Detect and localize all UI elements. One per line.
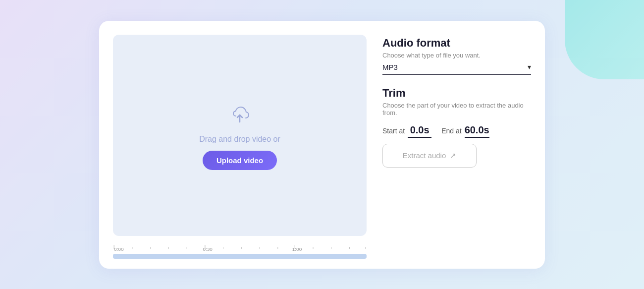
card-inner: Drag and drop video or Upload video 0:00 xyxy=(113,35,531,259)
format-select[interactable]: MP3 AAC WAV OGG FLAC xyxy=(382,63,528,71)
ruler-svg: 0:00 0:30 xyxy=(113,242,367,252)
audio-format-section: Audio format Choose what type of file yo… xyxy=(382,37,531,75)
drag-drop-text: Drag and drop video or xyxy=(199,135,280,144)
start-at-value[interactable]: 0.0s xyxy=(408,124,431,138)
trim-desc: Choose the part of your video to extract… xyxy=(382,102,531,116)
format-select-wrap[interactable]: MP3 AAC WAV OGG FLAC ▾ xyxy=(382,63,531,75)
upload-video-button[interactable]: Upload video xyxy=(203,151,277,170)
extract-audio-label: Extract audio xyxy=(403,151,446,160)
svg-text:1:00: 1:00 xyxy=(292,246,302,251)
start-at-label: Start at xyxy=(382,127,405,135)
audio-format-title: Audio format xyxy=(382,37,531,50)
main-card: Drag and drop video or Upload video 0:00 xyxy=(99,21,545,269)
end-at-value[interactable]: 60.0s xyxy=(465,124,489,138)
svg-text:0:30: 0:30 xyxy=(203,246,212,251)
trim-title: Trim xyxy=(382,87,531,100)
end-at-label: End at xyxy=(441,127,461,135)
chevron-down-icon: ▾ xyxy=(528,63,531,71)
timeline-bar[interactable] xyxy=(113,254,367,259)
settings-panel: Audio format Choose what type of file yo… xyxy=(382,35,531,259)
timeline-ruler: 0:00 0:30 xyxy=(113,242,367,252)
start-at-field: Start at 0.0s xyxy=(382,124,431,138)
video-drop-zone[interactable]: Drag and drop video or Upload video xyxy=(113,35,367,236)
svg-text:0:00: 0:00 xyxy=(114,246,123,251)
audio-format-desc: Choose what type of file you want. xyxy=(382,52,531,59)
timeline-section: 0:00 0:30 xyxy=(113,242,367,259)
end-at-field: End at 60.0s xyxy=(441,124,489,138)
trim-section: Trim Choose the part of your video to ex… xyxy=(382,87,531,168)
extract-audio-icon: ↗ xyxy=(450,151,456,160)
extract-audio-button[interactable]: Extract audio ↗ xyxy=(382,144,477,168)
trim-controls: Start at 0.0s End at 60.0s xyxy=(382,124,531,138)
drop-zone-column: Drag and drop video or Upload video 0:00 xyxy=(113,35,367,259)
upload-icon xyxy=(226,100,254,128)
